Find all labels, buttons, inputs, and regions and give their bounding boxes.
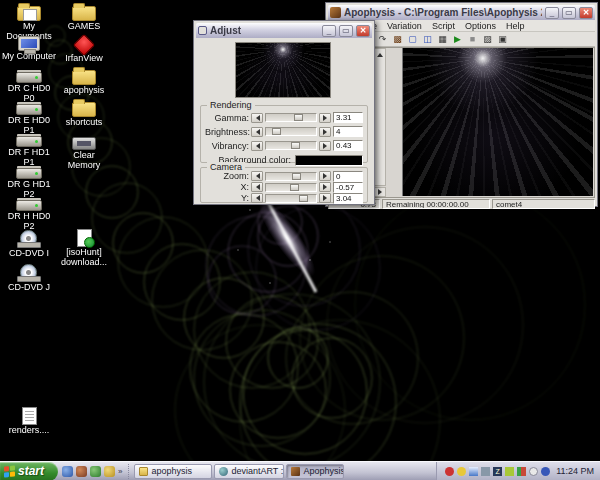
start-button[interactable]: start xyxy=(0,462,58,480)
folder-icon xyxy=(139,467,148,476)
desktop-icon-renders[interactable]: renders.... xyxy=(2,406,56,435)
desktop-icon-shortcuts[interactable]: shortcuts xyxy=(57,98,111,127)
main-titlebar[interactable]: Apophysis - C:\Program Files\Apophysis 2… xyxy=(328,5,595,20)
messenger-quicklaunch-icon[interactable] xyxy=(90,466,101,477)
brightness-slider[interactable] xyxy=(265,127,317,136)
taskbar-button-apophysis-folder[interactable]: apophysis xyxy=(134,464,212,479)
brightness-increase-button[interactable] xyxy=(319,127,331,137)
cd-drive-icon xyxy=(16,264,42,282)
tray-icon-8[interactable] xyxy=(541,467,550,476)
vibrancy-increase-button[interactable] xyxy=(319,141,331,151)
taskbar-button-deviantart[interactable]: deviantART : Sub... xyxy=(214,464,284,479)
x-value[interactable]: -0.57 xyxy=(333,182,363,193)
hard-drive-icon xyxy=(16,200,42,211)
desktop-icon-irfanview[interactable]: IrfanView xyxy=(57,34,111,63)
x-slider[interactable] xyxy=(265,183,317,192)
transform-list-scrollbar[interactable] xyxy=(374,48,386,186)
vibrancy-slider-thumb[interactable] xyxy=(291,142,300,149)
zoom-slider-thumb[interactable] xyxy=(292,173,301,180)
options-grid-icon[interactable]: ▣ xyxy=(496,33,509,45)
run-script-icon[interactable]: ▶ xyxy=(451,33,464,45)
desktop-icon-isohunt-download[interactable]: [isoHunt] download... xyxy=(57,228,111,267)
x-slider-thumb[interactable] xyxy=(290,184,299,191)
gamma-slider[interactable] xyxy=(265,113,317,122)
adjust-maximize-button[interactable]: ▭ xyxy=(339,25,353,37)
taskbar-button-apophysis-app[interactable]: Apophysis xyxy=(286,464,344,479)
full-screen-icon[interactable]: ▢ xyxy=(406,33,419,45)
hard-drive-icon xyxy=(16,72,42,83)
y-slider[interactable] xyxy=(265,194,317,203)
gamma-slider-thumb[interactable] xyxy=(294,114,303,121)
tray-icon-1[interactable] xyxy=(445,467,454,476)
menu-options[interactable]: Options xyxy=(465,21,496,31)
zoom-decrease-button[interactable] xyxy=(251,171,263,181)
gamma-value[interactable]: 3.31 xyxy=(333,112,363,123)
redo-icon[interactable]: ↷ xyxy=(376,33,389,45)
zoom-slider[interactable] xyxy=(265,172,317,181)
menu-script[interactable]: Script xyxy=(432,21,455,31)
rendering-group: Rendering Gamma: 3.31 Brightness: 4 Vibr… xyxy=(200,105,368,163)
vibrancy-value[interactable]: 0.43 xyxy=(333,140,363,151)
x-decrease-button[interactable] xyxy=(251,182,263,192)
browser-quicklaunch-icon[interactable] xyxy=(62,466,73,477)
desktop-icon-apophysis-folder[interactable]: apophysis xyxy=(57,66,111,95)
desktop-icon-games[interactable]: GAMES xyxy=(57,2,111,31)
menu-help[interactable]: Help xyxy=(506,21,525,31)
gamma-increase-button[interactable] xyxy=(319,113,331,123)
zoom-increase-button[interactable] xyxy=(319,171,331,181)
desktop-icon-my-computer[interactable]: My Computer xyxy=(2,34,56,61)
tray-icon-zonealarm[interactable]: Z xyxy=(493,467,502,476)
desktop-icon-clear-memory[interactable]: Clear Memory xyxy=(57,132,111,170)
close-button[interactable]: ✕ xyxy=(579,7,593,19)
desktop-icon-cd-dvd-i[interactable]: CD-DVD I xyxy=(2,228,56,258)
background-color-swatch[interactable] xyxy=(295,155,363,166)
desktop-quicklaunch-icon[interactable] xyxy=(104,466,115,477)
tray-icon-3[interactable] xyxy=(469,467,478,476)
tray-icon-7[interactable] xyxy=(529,467,538,476)
tray-icon-2[interactable] xyxy=(457,467,466,476)
brightness-value[interactable]: 4 xyxy=(333,126,363,137)
y-increase-button[interactable] xyxy=(319,193,331,203)
tray-icon-6[interactable] xyxy=(517,467,526,476)
gamma-decrease-button[interactable] xyxy=(251,113,263,123)
taskbar-clock[interactable]: 11:24 PM xyxy=(556,466,594,476)
y-value[interactable]: 3.04 xyxy=(333,193,363,204)
brightness-slider-thumb[interactable] xyxy=(272,128,281,135)
start-button-label: start xyxy=(18,464,44,478)
zoom-value[interactable]: 0 xyxy=(333,171,363,182)
media-quicklaunch-icon[interactable] xyxy=(76,466,87,477)
menu-variation[interactable]: Variation xyxy=(387,21,422,31)
scroll-right-button[interactable] xyxy=(374,187,386,197)
desktop-icon-label: GAMES xyxy=(57,21,111,31)
vibrancy-slider[interactable] xyxy=(265,141,317,150)
gradient-icon[interactable]: ▩ xyxy=(391,33,404,45)
folder-icon xyxy=(72,102,96,117)
adjust-close-button[interactable]: ✕ xyxy=(356,25,370,37)
desktop-icon-drive-h[interactable]: DR H HD0 P2 xyxy=(2,194,56,231)
brightness-decrease-button[interactable] xyxy=(251,127,263,137)
maximize-button[interactable]: ▭ xyxy=(562,7,576,19)
adjust-preview-image[interactable] xyxy=(235,42,331,98)
vibrancy-decrease-button[interactable] xyxy=(251,141,263,151)
flame-preview[interactable] xyxy=(402,48,593,196)
adjust-minimize-button[interactable]: _ xyxy=(322,25,336,37)
desktop-icon-cd-dvd-j[interactable]: CD-DVD J xyxy=(2,262,56,292)
minimize-button[interactable]: _ xyxy=(545,7,559,19)
memory-icon xyxy=(72,137,96,150)
edit-script-icon[interactable]: ▨ xyxy=(481,33,494,45)
tray-icon-4[interactable] xyxy=(481,467,490,476)
x-increase-button[interactable] xyxy=(319,182,331,192)
editor-icon[interactable]: ◫ xyxy=(421,33,434,45)
adjust-title: Adjust xyxy=(210,25,319,36)
y-slider-thumb[interactable] xyxy=(299,195,308,202)
quicklaunch-overflow-chevron-icon[interactable]: » xyxy=(118,467,122,476)
desktop-icon-label: apophysis xyxy=(57,85,111,95)
tray-icon-5[interactable] xyxy=(505,467,514,476)
stop-script-icon[interactable]: ■ xyxy=(466,33,479,45)
camera-group-label: Camera xyxy=(207,162,245,172)
y-decrease-button[interactable] xyxy=(251,193,263,203)
cd-drive-icon xyxy=(16,230,42,248)
apophysis-app-icon xyxy=(291,467,300,476)
adjust-titlebar[interactable]: Adjust _ ▭ ✕ xyxy=(196,23,372,38)
mutation-icon[interactable]: ▦ xyxy=(436,33,449,45)
